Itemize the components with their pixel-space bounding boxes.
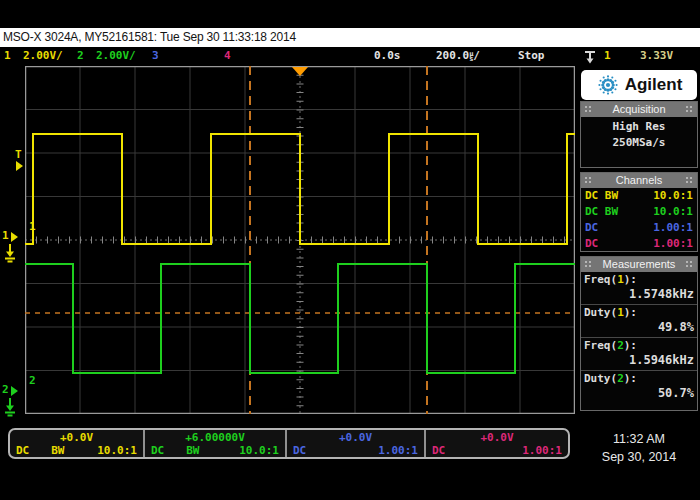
trace-ch2-label: 2 (29, 374, 36, 387)
status-timebase[interactable]: 200.0µs/ (436, 49, 480, 63)
trigger-level-arrow-icon[interactable] (16, 161, 23, 171)
grip-icon (685, 105, 694, 114)
acquisition-panel: Acquisition High Res 250MSa/s (580, 101, 698, 168)
ch1-coupling: DC BW (585, 188, 618, 204)
channel-row-1[interactable]: DC BW 10.0:1 (581, 188, 697, 204)
grip-icon (584, 260, 593, 269)
ch1-position-marker[interactable]: 1 (2, 230, 9, 242)
status-ch3-number[interactable]: 3 (152, 49, 159, 63)
channels-panel: Channels DC BW 10.0:1 DC BW 10.0:1 DC 1.… (580, 172, 698, 252)
ch1-ground-icon (3, 244, 17, 263)
ch1-probe-label: 10.0:1 (97, 444, 137, 457)
ch4-probe-ratio: 1.00:1 (653, 236, 693, 252)
trace-ch1 (25, 134, 575, 244)
ch2-position-arrow-icon[interactable] (11, 386, 18, 396)
measurements-panel-header[interactable]: Measurements (581, 257, 697, 272)
measurement-duty1-value: 49.8% (584, 320, 694, 335)
status-ch4-number[interactable]: 4 (224, 49, 231, 63)
clock-time: 11:32 AM (583, 432, 695, 446)
grip-icon (584, 176, 593, 185)
ch1-probe-ratio: 10.0:1 (653, 188, 693, 204)
grip-icon (685, 176, 694, 185)
ch1-readout-cell[interactable]: +0.0V DCBW10.0:1 (10, 430, 145, 457)
ch1-coupling-label: DC (16, 444, 29, 457)
timebase-suffix: / (473, 49, 480, 62)
brand-badge: Agilent (581, 70, 697, 100)
trigger-edge-icon (584, 50, 596, 64)
waveform-display[interactable]: 12 (25, 66, 575, 414)
ch2-ground-icon (3, 398, 17, 417)
ch4-probe-label: 1.00:1 (522, 444, 562, 457)
trigger-level[interactable]: 3.33V (640, 49, 673, 63)
ch2-probe-label: 10.0:1 (239, 444, 279, 457)
ch4-readout-cell[interactable]: +0.0V DC1.00:1 (426, 430, 568, 457)
acquisition-title: Acquisition (612, 103, 665, 115)
ch2-coupling-label: DC (151, 444, 164, 457)
acquisition-mode: High Res (581, 120, 697, 133)
ch4-coupling: DC (585, 236, 598, 252)
measurement-duty2: Duty(2): 50.7% (581, 371, 697, 403)
acquisition-panel-header[interactable]: Acquisition (581, 102, 697, 117)
status-ch1-scale[interactable]: 2.00V/ (23, 49, 63, 63)
trigger-level-marker[interactable]: T (15, 149, 22, 161)
ch2-position-marker[interactable]: 2 (2, 384, 9, 396)
trace-ch1-label: 1 (29, 220, 36, 233)
ch4-coupling-label: DC (432, 444, 445, 457)
status-delay[interactable]: 0.0s (374, 49, 401, 63)
channel-readout-bar: +0.0V DCBW10.0:1 +6.00000V DCBW10.0:1 +0… (8, 428, 570, 459)
trigger-source[interactable]: 1 (604, 49, 611, 63)
run-state[interactable]: Stop (518, 49, 545, 63)
measurement-freq2-value: 1.5946kHz (584, 353, 694, 368)
sample-rate: 250MSa/s (581, 136, 697, 149)
ch4-offset: +0.0V (426, 431, 568, 444)
channels-title: Channels (616, 174, 662, 186)
measurement-freq2: Freq(2): 1.5946kHz (581, 338, 697, 371)
ch3-coupling: DC (585, 220, 598, 236)
measurements-title: Measurements (603, 258, 676, 270)
measurement-freq1-value: 1.5748kHz (584, 287, 694, 302)
status-ch1-number[interactable]: 1 (4, 49, 11, 63)
channels-panel-header[interactable]: Channels (581, 173, 697, 188)
graticule-and-traces: 12 (25, 66, 575, 414)
ch2-readout-cell[interactable]: +6.00000V DCBW10.0:1 (145, 430, 287, 457)
grip-icon (584, 105, 593, 114)
ch2-probe-ratio: 10.0:1 (653, 204, 693, 220)
timebase-value: 200.0 (436, 49, 469, 62)
measurements-panel: Measurements Freq(1): 1.5748kHz Duty(1):… (580, 256, 698, 411)
channel-row-4[interactable]: DC 1.00:1 (581, 236, 697, 252)
channel-row-3[interactable]: DC 1.00:1 (581, 220, 697, 236)
ch3-probe-ratio: 1.00:1 (653, 220, 693, 236)
ch1-offset: +0.0V (10, 431, 143, 444)
clock-date: Sep 30, 2014 (583, 450, 695, 464)
measurement-duty1: Duty(1): 49.8% (581, 305, 697, 338)
ch2-bw-label: BW (186, 444, 199, 457)
brand-name: Agilent (625, 75, 683, 95)
ch1-bw-label: BW (51, 444, 64, 457)
ch3-coupling-label: DC (293, 444, 306, 457)
measurement-duty2-value: 50.7% (584, 386, 694, 401)
instrument-title: MSO-X 3024A, MY52161581: Tue Sep 30 11:3… (3, 30, 296, 44)
channel-row-2[interactable]: DC BW 10.0:1 (581, 204, 697, 220)
ch1-position-arrow-icon[interactable] (11, 232, 18, 242)
ch2-offset: +6.00000V (145, 431, 285, 444)
ch3-probe-label: 1.00:1 (378, 444, 418, 457)
ch2-coupling: DC BW (585, 204, 618, 220)
status-ch2-scale[interactable]: 2.00V/ (96, 49, 136, 63)
status-ch2-number[interactable]: 2 (77, 49, 84, 63)
grip-icon (685, 260, 694, 269)
ch3-offset: +0.0V (287, 431, 424, 444)
trigger-time-marker[interactable] (292, 67, 308, 76)
ch3-readout-cell[interactable]: +0.0V DC1.00:1 (287, 430, 426, 457)
agilent-spark-icon (596, 73, 620, 97)
measurement-freq1: Freq(1): 1.5748kHz (581, 272, 697, 305)
